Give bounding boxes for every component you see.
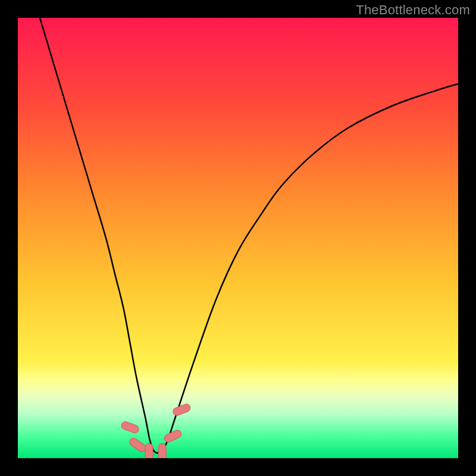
watermark-label: TheBottleneck.com — [356, 2, 470, 18]
curve-marker — [145, 443, 153, 458]
chart-frame: TheBottleneck.com — [0, 0, 476, 476]
bottleneck-chart — [18, 18, 458, 458]
curve-marker — [158, 443, 166, 458]
gradient-background — [18, 18, 458, 458]
plot-area — [18, 18, 458, 458]
